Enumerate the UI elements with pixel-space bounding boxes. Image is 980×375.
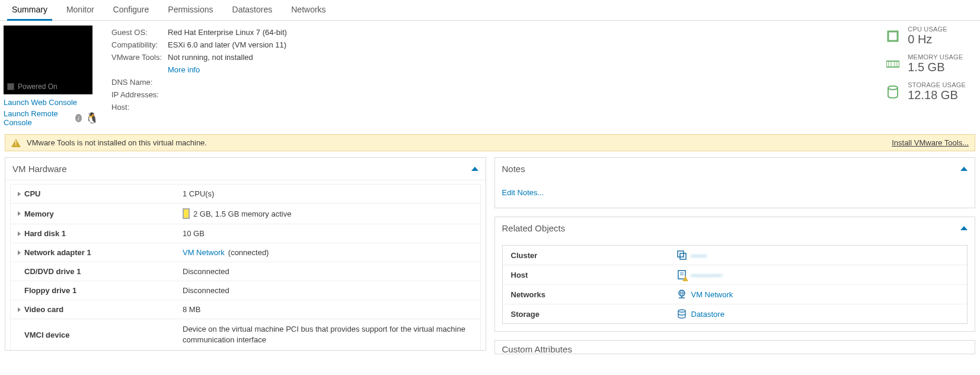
vm-hardware-panel: VM Hardware CPU 1 CPU(s) Memory 2 GB, 1.… — [5, 157, 486, 351]
rel-networks-link[interactable]: VM Network — [691, 290, 733, 299]
guest-os-value: Red Hat Enterprise Linux 7 (64-bit) — [168, 27, 292, 38]
notes-header[interactable]: Notes — [495, 158, 975, 180]
hw-row-cpu[interactable]: CPU 1 CPU(s) — [11, 185, 480, 203]
guest-os-label: Guest OS: — [111, 27, 167, 38]
rel-storage-link[interactable]: Datastore — [691, 310, 724, 319]
vm-hardware-header[interactable]: VM Hardware — [5, 158, 486, 180]
hw-row-video[interactable]: Video card 8 MB — [11, 300, 480, 319]
hw-row-vmci: VMCI device Device on the virtual machin… — [11, 319, 480, 350]
expand-spacer — [18, 288, 21, 293]
collapse-icon — [960, 167, 968, 171]
hw-cddvd-label: CD/DVD drive 1 — [24, 267, 81, 276]
svg-rect-7 — [678, 251, 684, 257]
tab-summary[interactable]: Summary — [2, 0, 57, 20]
rel-row-host: Host ———— — [503, 265, 968, 284]
compatibility-label: Compatibility: — [111, 39, 167, 50]
tab-networks[interactable]: Networks — [282, 0, 335, 20]
launch-remote-console-link[interactable]: Launch Remote Console — [4, 109, 72, 127]
svg-rect-0 — [888, 31, 898, 41]
edit-notes-link[interactable]: Edit Notes... — [502, 188, 544, 197]
hw-harddisk-value: 10 GB — [183, 229, 473, 238]
custom-attributes-panel: Custom Attributes — [494, 340, 976, 354]
collapse-icon — [960, 226, 968, 230]
ip-addresses-value — [168, 89, 292, 100]
dns-name-value — [168, 77, 292, 88]
cpu-icon — [886, 30, 899, 43]
hw-memory-value: 2 GB, 1.5 GB memory active — [193, 209, 291, 218]
host-value — [168, 101, 292, 113]
hw-vmci-label: VMCI device — [24, 330, 70, 339]
expand-icon — [18, 307, 21, 312]
cpu-usage-value: 0 Hz — [908, 33, 947, 46]
vm-icon — [7, 83, 14, 90]
host-warning-icon — [677, 270, 687, 279]
notes-panel: Notes Edit Notes... — [494, 157, 976, 208]
svg-rect-1 — [886, 61, 899, 67]
hw-video-label: Video card — [24, 305, 63, 314]
hw-network-suffix: (connected) — [228, 248, 269, 257]
linux-icon: 🐧 — [85, 112, 98, 125]
collapse-icon — [471, 167, 478, 171]
hw-cpu-label: CPU — [24, 189, 40, 198]
rel-cluster-label: Cluster — [511, 251, 671, 260]
memory-usage-value: 1.5 GB — [908, 61, 963, 74]
rel-cluster-link[interactable]: —— — [691, 251, 707, 260]
vmware-tools-value: Not running, not installed — [168, 53, 253, 62]
storage-usage-value: 12.18 GB — [908, 88, 966, 102]
hw-floppy-label: Floppy drive 1 — [24, 286, 76, 295]
hw-cpu-value: 1 CPU(s) — [183, 189, 473, 198]
hw-row-floppy: Floppy drive 1 Disconnected — [11, 281, 480, 300]
dns-name-label: DNS Name: — [111, 77, 167, 88]
related-objects-header[interactable]: Related Objects — [495, 217, 975, 239]
tab-permissions[interactable]: Permissions — [158, 0, 222, 20]
expand-spacer — [18, 269, 21, 274]
svg-point-17 — [678, 310, 685, 312]
hw-row-memory[interactable]: Memory 2 GB, 1.5 GB memory active — [11, 203, 480, 224]
storage-icon — [886, 85, 899, 98]
console-thumbnail[interactable]: Powered On — [4, 26, 92, 94]
vm-hardware-title: VM Hardware — [12, 164, 67, 174]
cluster-icon — [677, 250, 687, 260]
usage-column: CPU USAGE 0 Hz MEMORY USAGE 1.5 GB STORA… — [886, 26, 976, 127]
tab-datastores[interactable]: Datastores — [223, 0, 282, 20]
install-vmware-tools-link[interactable]: Install VMware Tools... — [892, 138, 969, 147]
power-state: Powered On — [7, 82, 58, 91]
ip-addresses-label: IP Addresses: — [111, 89, 167, 100]
cpu-usage: CPU USAGE 0 Hz — [886, 26, 966, 46]
rel-storage-label: Storage — [511, 310, 671, 319]
tab-configure[interactable]: Configure — [104, 0, 159, 20]
expand-icon — [18, 211, 21, 216]
storage-usage: STORAGE USAGE 12.18 GB — [886, 81, 966, 102]
hw-memory-label: Memory — [24, 209, 54, 218]
warning-bar: VMware Tools is not installed on this vi… — [5, 134, 975, 151]
expand-icon — [18, 192, 21, 196]
launch-web-console-link[interactable]: Launch Web Console — [4, 98, 98, 107]
cpu-usage-label: CPU USAGE — [908, 26, 947, 33]
vmware-tools-label: VMware Tools: — [111, 52, 167, 63]
storage-usage-label: STORAGE USAGE — [908, 81, 966, 88]
related-objects-panel: Related Objects Cluster —— Host — [494, 217, 976, 332]
custom-attributes-header[interactable]: Custom Attributes — [495, 341, 975, 354]
info-icon[interactable]: i — [75, 114, 82, 122]
datastore-icon — [677, 309, 687, 319]
rel-row-cluster: Cluster —— — [503, 246, 968, 265]
rel-networks-label: Networks — [511, 290, 671, 299]
rel-host-label: Host — [511, 271, 671, 279]
hw-row-harddisk[interactable]: Hard disk 1 10 GB — [11, 224, 480, 243]
tab-monitor[interactable]: Monitor — [57, 0, 104, 20]
compatibility-value: ESXi 6.0 and later (VM version 11) — [168, 39, 292, 50]
rel-row-networks: Networks VM Network — [503, 284, 968, 304]
svg-rect-8 — [680, 253, 686, 259]
hw-network-link[interactable]: VM Network — [183, 248, 225, 257]
warning-icon — [11, 139, 21, 147]
rel-host-link[interactable]: ———— — [691, 271, 722, 279]
more-info-link[interactable]: More info — [168, 65, 200, 74]
hw-row-network[interactable]: Network adapter 1 VM Network (connected) — [11, 243, 480, 262]
hw-floppy-value: Disconnected — [183, 286, 473, 295]
svg-point-6 — [888, 86, 898, 90]
notes-title: Notes — [502, 164, 525, 174]
hw-video-value: 8 MB — [183, 305, 473, 314]
host-label: Host: — [111, 101, 167, 113]
rel-row-storage: Storage Datastore — [503, 304, 968, 323]
summary-header: Powered On Launch Web Console Launch Rem… — [0, 21, 980, 133]
